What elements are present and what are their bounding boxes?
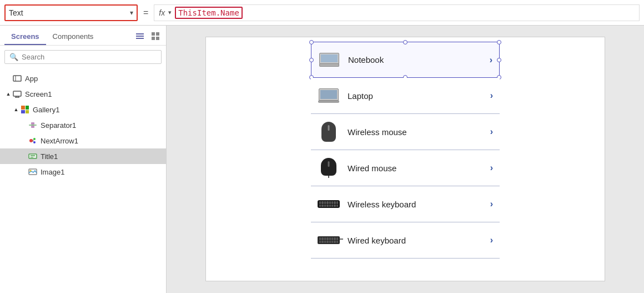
separator-icon	[28, 120, 38, 130]
gallery-item-wired-mouse[interactable]: Wired mouse ›	[311, 150, 500, 186]
tree-label-gallery1: Gallery1	[33, 106, 59, 114]
handle-mr[interactable]	[497, 58, 501, 62]
tree-label-app: App	[25, 75, 38, 83]
item-name-laptop: Laptop	[348, 91, 490, 101]
gallery-container: Notebook › Laptop ›	[311, 42, 500, 259]
svg-line-19	[33, 140, 33, 141]
handle-tr[interactable]	[497, 40, 501, 44]
handle-tm[interactable]	[403, 40, 407, 44]
tree-label-screen1: Screen1	[25, 90, 52, 98]
gallery-item-laptop[interactable]: Laptop ›	[311, 78, 500, 114]
item-name-wireless-keyboard: Wireless keyboard	[348, 200, 490, 209]
tree-label-title1: Title1	[41, 152, 58, 161]
left-panel: Screens Components	[0, 26, 167, 293]
expand-gallery1[interactable]: ▲	[12, 107, 20, 112]
tab-components[interactable]: Components	[46, 29, 100, 45]
svg-rect-6	[156, 37, 159, 40]
handle-ml[interactable]	[309, 58, 314, 62]
item-image-notebook	[318, 49, 340, 71]
tree-panel: App ▲ Screen1 ▲	[0, 68, 166, 293]
svg-rect-4	[156, 32, 159, 36]
title-icon	[28, 151, 38, 161]
property-selector[interactable]: Text ▾	[4, 4, 138, 21]
formula-expression: ThisItem.Name	[175, 7, 243, 19]
tabs-icons	[134, 30, 162, 44]
item-image-wireless-keyboard	[318, 193, 340, 215]
formula-bar[interactable]: fx ▾ ThisItem.Name	[154, 4, 640, 21]
svg-rect-21	[29, 154, 37, 158]
svg-rect-1	[136, 36, 144, 37]
screen-icon	[12, 89, 22, 99]
expand-screen1[interactable]: ▲	[4, 91, 12, 97]
item-arrow-wired-keyboard[interactable]: ›	[490, 235, 493, 245]
gallery-item-wireless-keyboard[interactable]: Wireless keyboard ›	[311, 186, 500, 222]
item-image-wired-mouse	[318, 157, 340, 179]
nextarrow-icon	[28, 136, 38, 146]
tree-item-app[interactable]: App	[0, 71, 166, 86]
svg-rect-13	[29, 125, 37, 126]
svg-point-25	[30, 170, 32, 172]
item-arrow-notebook[interactable]: ›	[490, 55, 492, 65]
tree-item-gallery1[interactable]: ▲ Gallery1	[0, 102, 166, 117]
svg-rect-2	[136, 38, 144, 39]
gallery-item-notebook[interactable]: Notebook ›	[311, 42, 500, 78]
item-name-wired-mouse: Wired mouse	[348, 163, 490, 173]
tree-item-nextarrow1[interactable]: NextArrow1	[0, 133, 166, 148]
svg-point-16	[29, 139, 33, 142]
tree-label-nextarrow1: NextArrow1	[41, 137, 78, 145]
formula-fx-icon: fx	[159, 8, 165, 17]
search-input[interactable]	[22, 53, 157, 61]
tree-item-image1[interactable]: Image1	[0, 164, 166, 180]
equals-sign: =	[141, 8, 150, 18]
app-icon	[12, 73, 22, 83]
item-image-laptop	[318, 85, 340, 107]
item-arrow-wireless-keyboard[interactable]: ›	[490, 199, 493, 209]
tab-screens[interactable]: Screens	[4, 29, 46, 45]
grid-view-icon[interactable]	[149, 30, 162, 42]
tree-label-separator1: Separator1	[41, 121, 76, 130]
svg-point-17	[33, 138, 36, 140]
property-label: Text	[9, 8, 128, 17]
item-image-wireless-mouse	[318, 121, 340, 143]
svg-rect-15	[31, 126, 34, 128]
tree-item-screen1[interactable]: ▲ Screen1	[0, 86, 166, 102]
gallery-item-wireless-mouse[interactable]: Wireless mouse ›	[311, 114, 500, 150]
item-arrow-wireless-mouse[interactable]: ›	[490, 127, 493, 137]
search-icon: 🔍	[9, 53, 18, 61]
image1-icon	[28, 167, 38, 177]
svg-rect-3	[152, 32, 155, 36]
svg-rect-14	[31, 122, 34, 125]
property-dropdown-icon[interactable]: ▾	[130, 9, 133, 17]
tabs-bar: Screens Components	[0, 26, 166, 46]
search-box[interactable]: 🔍	[4, 50, 162, 64]
svg-rect-0	[136, 33, 144, 34]
tree-item-title1[interactable]: Title1	[0, 148, 166, 164]
top-bar: Text ▾ = fx ▾ ThisItem.Name	[0, 0, 644, 26]
main-area: Screens Components	[0, 26, 644, 293]
svg-rect-5	[152, 37, 155, 40]
item-name-wireless-mouse: Wireless mouse	[348, 127, 490, 137]
svg-point-18	[33, 141, 36, 143]
svg-line-20	[33, 141, 33, 142]
item-name-notebook: Notebook	[348, 55, 490, 64]
tree-item-separator1[interactable]: Separator1	[0, 117, 166, 133]
canvas-area[interactable]: Notebook › Laptop ›	[167, 26, 644, 293]
app-canvas: Notebook › Laptop ›	[205, 37, 605, 281]
formula-chevron-icon[interactable]: ▾	[168, 9, 172, 16]
item-arrow-wired-mouse[interactable]: ›	[490, 163, 493, 173]
gallery-icon	[20, 105, 30, 115]
svg-rect-7	[13, 76, 21, 81]
item-arrow-laptop[interactable]: ›	[490, 91, 493, 101]
list-view-icon[interactable]	[134, 30, 146, 42]
item-name-wired-keyboard: Wired keyboard	[348, 236, 490, 245]
item-image-wired-keyboard	[318, 229, 340, 251]
gallery-item-wired-keyboard[interactable]: Wired keyboard ›	[311, 222, 500, 259]
handle-tl[interactable]	[309, 40, 314, 44]
svg-rect-9	[13, 91, 21, 96]
tree-label-image1: Image1	[41, 168, 64, 176]
